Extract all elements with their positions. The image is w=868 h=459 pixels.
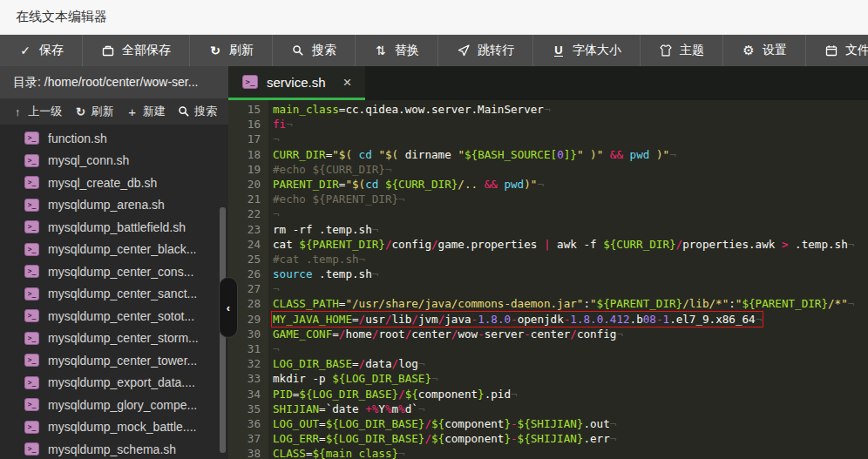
line-number: 36 — [228, 416, 261, 431]
file-item[interactable]: >_mysqldump_center_tower... — [0, 349, 228, 372]
file-item[interactable]: >_mysql_create_db.sh — [0, 172, 228, 194]
line-number: 15 — [228, 102, 261, 117]
file-item[interactable]: >_mysqldump_center_cons... — [0, 260, 228, 283]
code-line: ¬ — [273, 132, 868, 146]
code-line: ¬ — [273, 206, 868, 221]
file-trace-icon — [824, 44, 838, 57]
code-line: CURR_DIR="$( cd "$( dirname "${BASH_SOUR… — [273, 147, 868, 162]
line-number: 19 — [228, 162, 261, 177]
chevron-left-icon: ‹ — [227, 301, 230, 314]
line-number: 37 — [228, 431, 261, 446]
search-icon — [178, 105, 190, 118]
close-icon[interactable]: × — [343, 75, 352, 90]
code-line: mkdir -p ${LOG_DIR_BASE}¬ — [273, 371, 868, 386]
eol-marker: ¬ — [418, 357, 425, 370]
explorer-action-1[interactable]: ↑上一级 — [11, 104, 62, 119]
line-number: 31 — [228, 341, 261, 356]
file-name: mysqldump_export_data.... — [48, 375, 195, 389]
file-item[interactable]: >_function.sh — [0, 127, 228, 150]
arrow-up-icon: ↑ — [11, 105, 24, 118]
toolbar-button-9[interactable]: ⚙设置 — [723, 35, 806, 66]
line-number: 34 — [228, 387, 261, 402]
line-number: 35 — [228, 402, 261, 416]
file-item[interactable]: >_mysqldump_mock_battle.... — [0, 416, 228, 439]
toolbar-button-7[interactable]: U字体大小 — [533, 35, 641, 66]
shell-file-icon: >_ — [24, 220, 39, 233]
file-name: mysqldump_center_cons... — [48, 265, 193, 279]
toolbar-button-6[interactable]: 跳转行 — [438, 35, 533, 66]
line-number: 32 — [228, 356, 261, 371]
shell-file-icon: >_ — [24, 154, 39, 167]
eol-marker: ¬ — [286, 118, 293, 131]
file-name: mysqldump_center_storm... — [48, 331, 199, 345]
file-item[interactable]: >_mysql_conn.sh — [0, 150, 228, 172]
code-editor[interactable]: 1516171819202122232425262728293031323334… — [228, 100, 868, 459]
refresh-icon: ↻ — [74, 105, 86, 118]
eol-marker: ¬ — [669, 148, 676, 161]
toolbar-button-3[interactable]: ↻刷新 — [190, 35, 273, 66]
tab-bar: >_service.sh× — [228, 66, 868, 100]
line-number: 21 — [228, 192, 261, 206]
search-highlight-box: MY_JAVA_HOME=/usr/lib/jvm/java-1.8.0-ope… — [271, 311, 763, 327]
app-header: 在线文本编辑器 — [0, 0, 868, 35]
code-content[interactable]: main_class=cc.qidea.wow.server.MainServe… — [268, 100, 868, 459]
line-number: 24 — [228, 237, 261, 252]
code-line: rm -rf .temp.sh¬ — [273, 222, 868, 237]
file-item[interactable]: >_mysqldump_center_storm... — [0, 327, 228, 350]
file-item[interactable]: >_mysqldump_glory_compe... — [0, 394, 228, 416]
code-line: SHIJIAN=`date +%Y%m%d`¬ — [273, 402, 868, 416]
file-item[interactable]: >_mysqldump_center_sanct... — [0, 283, 228, 306]
file-item[interactable]: >_mysqldump_battlefield.sh — [0, 216, 228, 239]
toolbar-button-label: 保存 — [39, 43, 64, 58]
file-name: mysqldump_mock_battle.... — [48, 420, 196, 434]
explorer-action-4[interactable]: 搜索 — [178, 104, 217, 119]
toolbar-button-10[interactable]: 文件足迹 — [806, 35, 868, 66]
save-icon: ✓ — [18, 44, 32, 57]
eol-marker: ¬ — [398, 447, 405, 459]
collapse-sidebar-handle[interactable]: ‹ — [219, 277, 238, 338]
code-line: main_class=cc.qidea.wow.server.MainServe… — [273, 102, 868, 117]
refresh-icon: ↻ — [208, 44, 222, 57]
code-line: LOG_OUT=${LOG_DIR_BASE}/${component}-${S… — [273, 416, 868, 431]
code-line: MY_JAVA_HOME=/usr/lib/jvm/java-1.8.0-ope… — [273, 312, 868, 327]
toolbar-button-4[interactable]: 搜索 — [273, 35, 356, 66]
explorer-action-2[interactable]: ↻刷新 — [74, 104, 113, 119]
shell-file-icon: >_ — [24, 132, 39, 145]
file-item[interactable]: >_mysqldump_schema.sh — [0, 438, 228, 459]
eol-marker: ¬ — [537, 178, 544, 191]
code-line: ¬ — [273, 281, 868, 296]
explorer-action-3[interactable]: +新建 — [126, 104, 166, 119]
shell-file-icon: >_ — [24, 265, 39, 278]
tab-label: service.sh — [267, 75, 326, 90]
theme-icon — [659, 44, 673, 57]
file-name: mysqldump_battlefield.sh — [48, 220, 186, 234]
toolbar-button-8[interactable]: 主题 — [641, 35, 723, 66]
file-item[interactable]: >_mysqldump_center_sotot... — [0, 305, 228, 327]
toolbar-button-5[interactable]: ⇅替换 — [356, 35, 438, 66]
goto-line-icon — [457, 44, 471, 57]
eol-marker: ¬ — [385, 163, 392, 176]
file-name: mysqldump_center_black... — [48, 242, 196, 256]
line-number: 38 — [228, 446, 261, 459]
eol-marker: ¬ — [418, 402, 425, 415]
shell-file-icon: >_ — [24, 421, 39, 434]
shell-file-icon: >_ — [24, 354, 39, 367]
tab-service.sh[interactable]: >_service.sh× — [228, 66, 365, 100]
eol-marker: ¬ — [431, 372, 438, 385]
shell-file-icon: >_ — [24, 442, 39, 456]
terminal-icon: >_ — [242, 75, 258, 89]
eol-marker: ¬ — [372, 223, 379, 236]
shell-file-icon: >_ — [24, 176, 39, 189]
toolbar-button-2[interactable]: 全部保存 — [83, 35, 190, 66]
main-area: 目录: /home/root/center/wow-ser... ↑上一级↻刷新… — [0, 66, 868, 459]
eol-marker: ¬ — [273, 132, 280, 145]
file-item[interactable]: >_mysqldump_arena.sh — [0, 194, 228, 217]
search-icon — [291, 44, 305, 57]
file-name: mysqldump_arena.sh — [48, 198, 165, 212]
toolbar-button-1[interactable]: ✓保存 — [0, 35, 83, 66]
code-line: fi¬ — [273, 117, 868, 132]
line-number: 20 — [228, 177, 261, 192]
file-item[interactable]: >_mysqldump_export_data.... — [0, 372, 228, 395]
file-item[interactable]: >_mysqldump_center_black... — [0, 239, 228, 261]
eol-marker: ¬ — [372, 267, 379, 280]
